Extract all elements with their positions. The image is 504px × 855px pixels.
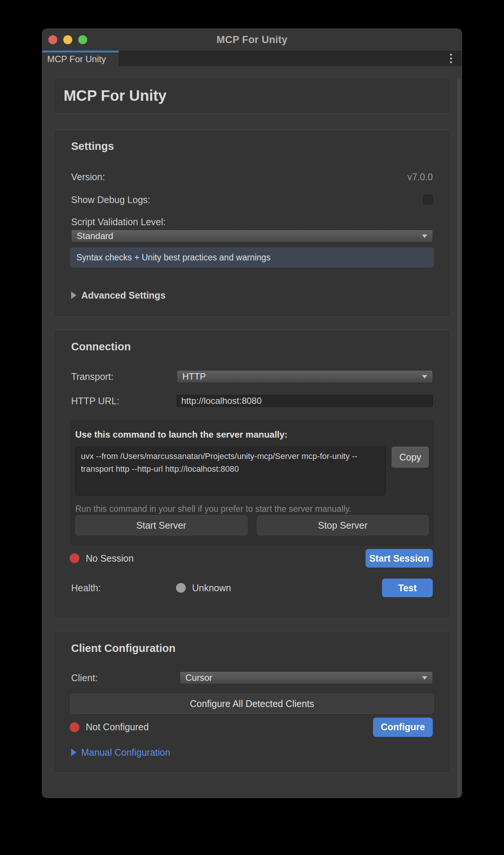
test-button[interactable]: Test: [382, 578, 433, 597]
start-server-button[interactable]: Start Server: [75, 515, 248, 535]
vertical-scrollbar[interactable]: [458, 79, 461, 798]
client-config-heading: Client Configuration: [71, 641, 433, 655]
tab-mcp-for-unity[interactable]: MCP For Unity: [42, 51, 119, 66]
connection-heading: Connection: [71, 340, 433, 353]
debug-logs-row: Show Debug Logs:: [71, 194, 433, 205]
configure-button[interactable]: Configure: [373, 717, 433, 737]
session-status-row: No Session Start Session: [71, 549, 433, 568]
manual-configuration-foldout[interactable]: Manual Configuration: [71, 746, 433, 758]
http-url-value: http://localhost:8080: [181, 396, 262, 406]
traffic-lights: [48, 29, 87, 51]
http-url-row: HTTP URL: http://localhost:8080: [71, 395, 433, 407]
validation-label: Script Validation Level:: [71, 217, 166, 227]
http-url-label: HTTP URL:: [71, 396, 177, 407]
manual-configuration-label: Manual Configuration: [81, 747, 170, 758]
chevron-down-icon: [422, 235, 427, 238]
http-url-input[interactable]: http://localhost:8080: [177, 395, 433, 407]
chevron-down-icon: [422, 375, 427, 378]
config-status-row: Not Configured Configure: [71, 717, 433, 737]
close-window-icon[interactable]: [48, 35, 57, 44]
start-session-button[interactable]: Start Session: [365, 549, 433, 568]
validation-level-value: Standard: [77, 231, 422, 241]
validation-helpbox: Syntax checks + Unity best practices and…: [70, 247, 434, 268]
tab-bar: MCP For Unity: [42, 51, 462, 66]
command-row: uvx --from /Users/marcussanatan/Projects…: [75, 447, 429, 495]
window-title: MCP For Unity: [216, 34, 287, 46]
minimize-window-icon[interactable]: [63, 35, 72, 44]
advanced-settings-label: Advanced Settings: [81, 290, 166, 301]
foldout-arrow-icon: [71, 291, 76, 299]
command-hint: Run this command in your shell if you pr…: [75, 504, 429, 514]
scroll-view: MCP For Unity Settings Version: v7.0.0 S…: [42, 78, 462, 798]
connection-section: Connection Transport: HTTP HTTP URL: htt…: [53, 330, 451, 618]
client-dropdown[interactable]: Cursor: [180, 671, 433, 684]
version-label: Version:: [71, 172, 105, 182]
validation-label-row: Script Validation Level:: [71, 216, 433, 227]
chevron-down-icon: [422, 676, 427, 680]
stop-server-button[interactable]: Stop Server: [257, 515, 429, 535]
health-row: Health: Unknown Test: [71, 578, 433, 598]
debug-logs-checkbox[interactable]: [423, 195, 433, 205]
transport-value: HTTP: [182, 371, 422, 382]
config-status-icon: [70, 722, 79, 732]
session-status-icon: [70, 553, 79, 563]
advanced-settings-foldout[interactable]: Advanced Settings: [71, 289, 433, 301]
settings-heading: Settings: [71, 139, 433, 153]
health-status-icon: [176, 583, 186, 593]
header-card: MCP For Unity: [53, 78, 451, 114]
version-value: v7.0.0: [407, 172, 433, 182]
tab-label: MCP For Unity: [47, 54, 106, 64]
titlebar: MCP For Unity: [42, 29, 462, 51]
transport-row: Transport: HTTP: [71, 370, 433, 383]
page-title: MCP For Unity: [64, 87, 167, 104]
manual-launch-panel: Use this command to launch the server ma…: [70, 420, 434, 546]
copy-button[interactable]: Copy: [392, 447, 429, 468]
unity-window: MCP For Unity MCP For Unity MCP For Unit…: [42, 28, 462, 798]
command-title: Use this command to launch the server ma…: [75, 429, 429, 440]
transport-dropdown[interactable]: HTTP: [177, 370, 433, 383]
configure-all-button[interactable]: Configure All Detected Clients: [70, 694, 434, 714]
client-configuration-section: Client Configuration Client: Cursor Conf…: [53, 631, 451, 773]
validation-help-text: Syntax checks + Unity best practices and…: [76, 253, 270, 263]
health-label: Health:: [71, 583, 177, 593]
validation-level-dropdown[interactable]: Standard: [71, 230, 433, 242]
settings-section: Settings Version: v7.0.0 Show Debug Logs…: [53, 130, 451, 317]
kebab-menu-icon[interactable]: [447, 52, 455, 64]
health-status-text: Unknown: [192, 583, 231, 593]
debug-logs-label: Show Debug Logs:: [71, 194, 150, 205]
transport-label: Transport:: [71, 371, 177, 382]
server-buttons-row: Start Server Stop Server: [75, 515, 429, 535]
session-status-text: No Session: [86, 553, 134, 564]
foldout-arrow-icon: [71, 749, 76, 756]
zoom-window-icon[interactable]: [78, 35, 87, 44]
client-label: Client:: [71, 673, 180, 683]
client-value: Cursor: [185, 673, 422, 683]
config-status-text: Not Configured: [86, 722, 149, 732]
command-textarea[interactable]: uvx --from /Users/marcussanatan/Projects…: [75, 447, 386, 495]
version-row: Version: v7.0.0: [71, 171, 433, 182]
client-row: Client: Cursor: [71, 671, 433, 684]
